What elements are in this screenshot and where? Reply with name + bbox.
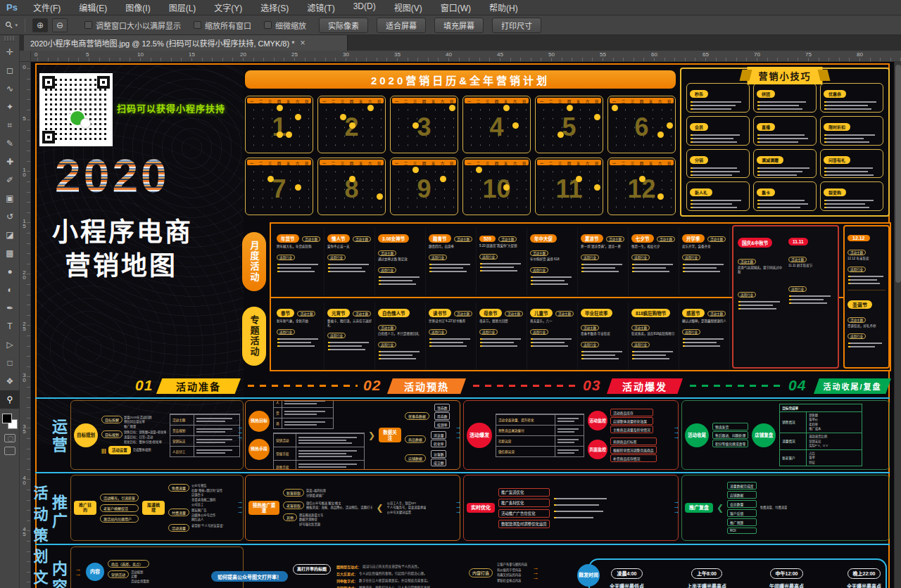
theme-tag: 活动主题 xyxy=(707,236,726,242)
card-text-line xyxy=(328,267,362,269)
vertical-ruler[interactable]: 051015202530354045 xyxy=(20,62,31,588)
theme-text: 白色情人节，不只是感恩回礼 xyxy=(378,332,422,336)
tip-card: 分销 xyxy=(686,149,750,179)
tool-button[interactable]: ↺ xyxy=(0,207,20,226)
tool-button[interactable]: ◐ xyxy=(0,281,20,299)
featured-card: 国庆&中秋节 活动主题 欢喜气氛迎国庆，双节同庆过中秋 适用行业 xyxy=(736,231,784,363)
tool-button[interactable]: ▣ xyxy=(0,189,20,207)
tool-button[interactable]: ◪ xyxy=(0,226,20,244)
theme-text: 欢乐开学，装备齐全 xyxy=(682,245,726,249)
page-monitor-node: 页面监控 xyxy=(588,440,607,459)
channel-item: 公司员工 xyxy=(191,503,222,507)
ruler-tick-label: 20 xyxy=(20,269,30,321)
horizontal-ruler[interactable]: 05101520253035404550556065707580 xyxy=(31,51,901,62)
menu-item[interactable]: 3D(D) xyxy=(344,1,385,13)
foreground-color-swatch[interactable] xyxy=(2,414,12,423)
tool-button[interactable]: ✎ xyxy=(0,134,20,153)
zoom-checkboxes: 调整窗口大小以满屏显示 缩放所有窗口 细微缩放 xyxy=(72,20,306,31)
ruler-corner xyxy=(20,51,31,62)
color-swatches[interactable] xyxy=(1,413,18,430)
broadcast-slot: 凌晨4:00 全天曝光最低点 xyxy=(610,565,644,588)
options-button[interactable]: 实际像素 xyxy=(319,18,368,33)
tool-icon: ▷ xyxy=(6,340,13,350)
activity-sub: 活动规划 xyxy=(131,570,149,575)
tool-button[interactable]: ✒ xyxy=(0,299,20,317)
options-button[interactable]: 打印尺寸 xyxy=(492,18,541,33)
card-text-line xyxy=(328,271,365,272)
tab-close-icon[interactable]: × xyxy=(300,38,305,48)
scrollbar-thumb[interactable] xyxy=(895,65,901,283)
menu-item[interactable]: 选择(S) xyxy=(251,1,298,13)
tool-button[interactable]: ✐ xyxy=(0,171,20,189)
menu-item[interactable]: 图像(I) xyxy=(116,1,159,13)
tool-button[interactable]: ✚ xyxy=(0,153,20,171)
tool-button[interactable]: T xyxy=(0,317,20,335)
stage-dashes xyxy=(690,385,784,387)
stage-4-number: 04 xyxy=(788,377,806,394)
realtime-optimize-node: 实时优化 xyxy=(467,503,495,513)
zoom-in-button[interactable]: ⊕ xyxy=(32,18,48,32)
divider xyxy=(25,18,25,32)
tool-button[interactable]: ▩ xyxy=(0,244,20,262)
tool-button[interactable]: ✦ xyxy=(0,98,20,116)
tip-text-line xyxy=(691,108,731,110)
menu-item[interactable]: 文字(Y) xyxy=(205,1,251,13)
document-canvas[interactable]: 扫码可以获得小程序扶持 2020 小程序电商 营销地图 2020营销日历&全年营… xyxy=(31,62,894,588)
ruler-tick-label: 15 xyxy=(20,218,30,269)
menu-item[interactable]: 编辑(E) xyxy=(70,1,116,13)
card-text-line xyxy=(328,342,369,343)
tip-text-line xyxy=(824,171,868,172)
calendar-grid: 一二三四五六日 1 一二三四五六日 2 xyxy=(245,96,676,215)
quick-mask-button[interactable] xyxy=(4,434,15,442)
option-checkbox[interactable]: 细微缩放 xyxy=(264,20,306,31)
menu-item[interactable]: 文件(F) xyxy=(24,1,70,13)
card-text-line xyxy=(632,358,669,359)
checkbox-icon[interactable] xyxy=(84,21,92,29)
highlight-date-dot xyxy=(286,132,292,138)
channel-group: 免费流量 公众号预告社群“预热+倒计时”宣传店铺台卡全渠道海报二维码公司员工 xyxy=(168,484,224,506)
tool-icon: ⚲ xyxy=(7,395,13,404)
theme-text: 通过女神之路 限定款 xyxy=(378,257,422,262)
industry-tag: 适用行业 xyxy=(378,267,396,273)
marketing-activity-pill: 营销活动 xyxy=(108,570,129,578)
menu-item[interactable]: 视图(V) xyxy=(385,1,431,13)
tip-text-line xyxy=(757,171,802,172)
option-checkbox[interactable]: 调整窗口大小以满屏显示 xyxy=(84,20,181,31)
tool-button[interactable]: ● xyxy=(0,262,20,281)
divider xyxy=(848,290,886,290)
options-button[interactable]: 适合屏幕 xyxy=(377,18,426,33)
tool-button[interactable]: ✛ xyxy=(0,43,20,61)
tool-preset-caret-icon[interactable]: ▾ xyxy=(15,23,18,28)
tool-button[interactable]: ◻ xyxy=(0,61,20,79)
stage-4-badge: 活动收尾/复盘 xyxy=(814,378,891,394)
checkbox-icon[interactable] xyxy=(194,21,201,29)
menu-item[interactable]: 窗口(W) xyxy=(431,1,480,13)
tip-text-line xyxy=(757,138,808,139)
menu-item[interactable]: 帮助(H) xyxy=(480,1,527,13)
menu-item[interactable]: 图层(L) xyxy=(160,1,206,13)
menu-item[interactable]: 滤镜(T) xyxy=(298,1,344,13)
tool-button[interactable]: ⌗ xyxy=(0,116,20,134)
vertical-scrollbar[interactable] xyxy=(894,62,901,588)
options-button[interactable]: 填充屏幕 xyxy=(434,18,484,33)
stage-dashes xyxy=(473,385,579,387)
tool-button[interactable]: ❖ xyxy=(0,372,20,390)
tool-button[interactable]: ∿ xyxy=(0,79,20,98)
promo-stage1-cell: 推广目的 活动曝光，引流获客老客户唤醒促活激活站内兑换用户 渠道梳理 免费流量 … xyxy=(70,475,244,541)
checkbox-icon[interactable] xyxy=(264,21,272,29)
tool-button[interactable]: □ xyxy=(0,354,20,372)
zoom-action-buttons: 实际像素适合屏幕填充屏幕打印尺寸 xyxy=(310,18,541,33)
zoom-out-button[interactable]: ⊖ xyxy=(52,18,68,32)
photoshop-window: Ps 文件(F)编辑(E)图像(I)图层(L)文字(Y)选择(S)滤镜(T)3D… xyxy=(0,0,901,588)
flow-arrows-icon: →→→ xyxy=(531,565,540,580)
screen-mode-button[interactable] xyxy=(4,447,15,455)
document-tab[interactable]: 2020小程序电商营销地图.jpg @ 12.5% (扫码可以获得小程序扶持, … xyxy=(24,35,348,51)
palette-grip[interactable] xyxy=(4,36,15,41)
festival-title: 11.11 xyxy=(788,238,808,245)
tip-label: 会员 xyxy=(690,123,708,131)
tool-button[interactable]: ▷ xyxy=(0,335,20,354)
card-text-line xyxy=(328,264,369,265)
ruler-tick-label: 45 xyxy=(497,51,548,61)
option-checkbox[interactable]: 缩放所有窗口 xyxy=(194,20,251,31)
tool-button[interactable]: ⚲ xyxy=(0,390,20,409)
